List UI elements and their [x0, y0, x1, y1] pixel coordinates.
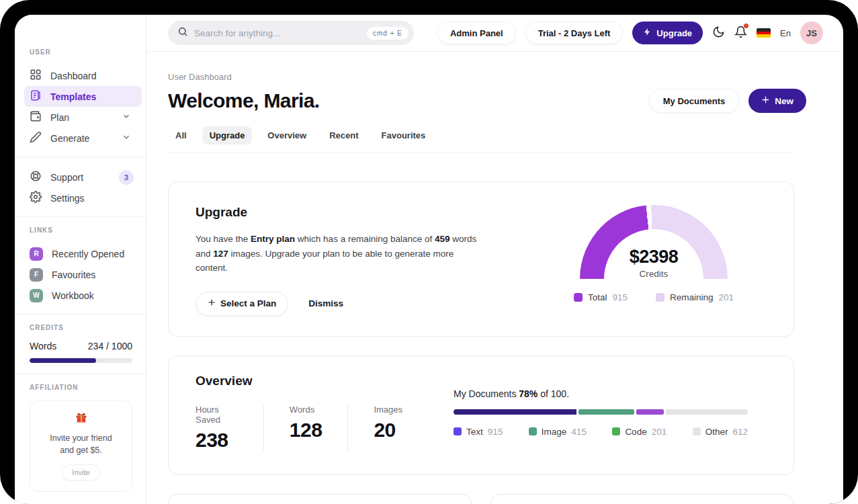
upgrade-actions: Select a Plan Dismiss: [196, 292, 486, 316]
dashboard-grid-icon: [30, 69, 42, 83]
topbar: Search for anything... cmd + E Admin Pan…: [146, 15, 843, 52]
credits-words-row: Words 234 / 1000: [30, 341, 132, 351]
notification-dot: [744, 24, 748, 28]
stat-words: Words 128: [290, 405, 349, 452]
page-header: Welcome, Maria. My Documents New: [168, 89, 794, 113]
legend-item-image: Image415: [529, 427, 587, 437]
upgrade-card-left: Upgrade You have the Entry plan which ha…: [196, 205, 486, 316]
chevron-down-icon: [122, 112, 131, 123]
search-shortcut-badge: cmd + E: [367, 27, 409, 40]
tab-upgrade[interactable]: Upgrade: [202, 126, 253, 144]
gauge-center-text: $2398 Credits: [580, 247, 728, 279]
sidebar-item-plan[interactable]: Plan: [30, 107, 138, 128]
bar-segment-other: [666, 409, 748, 415]
stat-images: Images 20: [374, 405, 428, 452]
credits-label: Words: [30, 341, 56, 351]
bar-segment-image: [578, 409, 634, 415]
legend-item-total: Total 915: [574, 292, 628, 302]
legend-swatch: [574, 293, 583, 302]
notifications-button[interactable]: [734, 26, 747, 40]
dashboard-content: User Dashboard Welcome, Maria. My Docume…: [146, 52, 843, 504]
new-button[interactable]: New: [748, 89, 806, 113]
templates-card: Templates Recently Launched Blog Post Ti…: [490, 494, 794, 504]
sidebar-link-recently-opened[interactable]: R Recently Opened: [30, 243, 138, 264]
words-progress-track: [30, 358, 132, 363]
admin-panel-button[interactable]: Admin Panel: [437, 22, 516, 44]
bolt-icon: [643, 28, 652, 38]
gauge-chart: $2398 Credits: [580, 205, 728, 279]
topbar-actions: Admin Panel Trial - 2 Days Left Upgrade: [437, 22, 823, 44]
gear-icon: [30, 191, 42, 205]
link-label: Favourites: [52, 269, 95, 280]
invite-button[interactable]: Invite: [62, 464, 99, 480]
credits-value: 234 / 1000: [88, 341, 132, 351]
link-initial-avatar: F: [30, 268, 43, 282]
sidebar-section-user: USER: [30, 48, 138, 56]
stats-row: Hours Saved 238 Words 128 Images 20: [196, 405, 454, 452]
language-label[interactable]: En: [780, 28, 791, 38]
sidebar-divider: [15, 157, 146, 157]
link-initial-avatar: R: [30, 247, 43, 261]
link-initial-avatar: W: [30, 289, 43, 302]
sidebar-link-workbook[interactable]: W Workbook: [30, 285, 138, 306]
sidebar-divider: [15, 216, 146, 217]
sidebar-link-favourites[interactable]: F Favourites: [30, 264, 138, 285]
sidebar-item-generate[interactable]: Generate: [30, 128, 138, 149]
templates-document-icon: [30, 89, 42, 103]
dismiss-button[interactable]: Dismiss: [308, 298, 343, 308]
gauge-value: $2398: [580, 247, 728, 267]
bar-segment-text: [454, 409, 576, 415]
sidebar-section-credits: CREDITS: [30, 324, 138, 331]
sidebar-item-label: Templates: [50, 91, 96, 102]
german-flag-icon[interactable]: [757, 28, 771, 38]
legend-item-remaining: Remaining 201: [656, 292, 734, 302]
sidebar-item-label: Generate: [50, 133, 89, 144]
gauge-label: Credits: [580, 269, 728, 279]
chevron-down-icon: [122, 132, 131, 144]
sidebar-divider: [15, 374, 146, 374]
tab-all[interactable]: All: [168, 126, 194, 144]
sidebar: USER Dashboard Templates Plan Generate: [15, 15, 146, 504]
my-documents-button[interactable]: My Documents: [649, 89, 739, 113]
documents-card: Documents Favourites Untitled Document i…: [168, 494, 472, 504]
bottom-cards-row: Documents Favourites Untitled Document i…: [168, 494, 794, 504]
legend-swatch: [612, 427, 620, 435]
sidebar-item-label: Dashboard: [50, 71, 97, 81]
overview-left: Overview Hours Saved 238 Words 128: [196, 374, 454, 452]
upgrade-card: Upgrade You have the Entry plan which ha…: [168, 181, 794, 337]
sidebar-item-templates[interactable]: Templates: [24, 86, 142, 107]
search-input[interactable]: Search for anything... cmd + E: [168, 21, 414, 45]
legend-item-code: Code201: [612, 427, 667, 437]
header-actions: My Documents New: [649, 89, 806, 113]
sidebar-item-settings[interactable]: Settings: [30, 187, 138, 208]
credits-gauge: $2398 Credits Total 915: [566, 205, 741, 316]
sidebar-section-links: LINKS: [30, 226, 138, 234]
user-avatar[interactable]: JS: [800, 22, 823, 44]
wallet-icon: [30, 110, 42, 124]
sidebar-item-dashboard[interactable]: Dashboard: [30, 65, 138, 86]
legend-swatch: [656, 293, 664, 302]
support-count-badge: 3: [119, 170, 134, 185]
moon-icon: [712, 26, 725, 40]
plus-icon: [208, 298, 216, 308]
templates-card-header: Templates Recently Launched: [491, 495, 793, 504]
gift-icon: [75, 415, 88, 426]
tab-overview[interactable]: Overview: [260, 126, 314, 144]
sidebar-item-support[interactable]: Support 3: [30, 167, 138, 187]
breadcrumb: User Dashboard: [168, 72, 794, 82]
stacked-bar-legend: Text915Image415Code201Other612: [454, 427, 748, 437]
legend-swatch: [693, 427, 701, 435]
select-plan-button[interactable]: Select a Plan: [196, 292, 288, 316]
tab-recent[interactable]: Recent: [322, 126, 366, 144]
link-label: Workbook: [52, 290, 94, 301]
trial-status-button[interactable]: Trial - 2 Days Left: [525, 22, 624, 44]
dark-mode-toggle[interactable]: [712, 26, 725, 40]
lifebuoy-icon: [30, 170, 42, 184]
upgrade-card-title: Upgrade: [196, 205, 486, 220]
tab-favourites[interactable]: Favourites: [374, 126, 433, 144]
bar-segment-code: [636, 409, 663, 415]
upgrade-card-body: You have the Entry plan which has a rema…: [196, 232, 486, 276]
legend-swatch: [454, 427, 462, 435]
main-area: Search for anything... cmd + E Admin Pan…: [146, 15, 843, 504]
upgrade-button[interactable]: Upgrade: [632, 22, 703, 44]
